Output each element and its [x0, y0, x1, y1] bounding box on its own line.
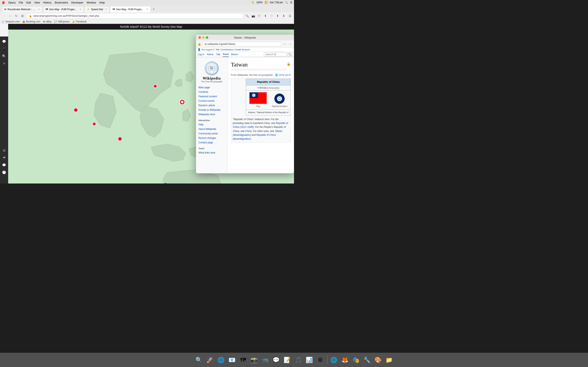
bookmark-amazon[interactable]: 🛒 Amazon.com: [2, 20, 20, 23]
sidebar-history[interactable]: 🕐: [1, 169, 7, 175]
wiki-nav-community[interactable]: Community portal: [196, 131, 227, 136]
roboflow-button[interactable]: 🛡: [257, 13, 262, 18]
wiki-nav-tools: Tools What links here: [196, 146, 227, 156]
wiki-search-button[interactable]: 🔍: [287, 52, 292, 57]
camera-button[interactable]: 📷: [251, 13, 256, 18]
tab-geomap2-close[interactable]: ✕: [146, 8, 148, 10]
menu-bookmarks[interactable]: Bookmarks: [55, 1, 68, 4]
wiki-url-text: en.wikipedia.org/wiki/Taiwan: [205, 43, 235, 45]
favorite-button[interactable]: ♡: [269, 13, 274, 18]
svg-point-2: [181, 101, 183, 103]
tab-geomap1-icon: 🗺: [45, 8, 48, 11]
hatnote-text: "Republic of China" redirects here. For …: [233, 118, 288, 140]
geo-map-container[interactable]: Taiwan - Wikipedia 🔒 en.wikipedia.org/wi…: [8, 30, 294, 184]
sidebar-search[interactable]: 🔍: [1, 53, 7, 59]
wiki-back-button[interactable]: ←: [283, 42, 287, 46]
bookmark-booking[interactable]: 🏨 Booking.com: [22, 20, 40, 23]
bookmark-facebook[interactable]: 👍 Facebook: [72, 20, 86, 23]
menubar: 🍎 Opera File Edit View History Bookmarks…: [0, 0, 294, 5]
wiki-nav-recent[interactable]: Recent changes: [196, 136, 227, 140]
wiki-nav-main-page[interactable]: Main page: [196, 85, 227, 90]
tab-geomap1-close[interactable]: ✕: [79, 8, 81, 10]
wiki-nav-store[interactable]: Wikipedia store: [196, 112, 227, 117]
wiki-tab-login[interactable]: Log in: [198, 52, 204, 57]
wiki-url-bar[interactable]: en.wikipedia.org/wiki/Taiwan: [202, 42, 281, 46]
tab-roundcube-close[interactable]: ✕: [38, 8, 40, 10]
notifications-icon[interactable]: ☰: [290, 1, 292, 4]
infobox-images: Flag: [246, 91, 291, 109]
hatnote-link2[interactable]: China: [245, 130, 251, 133]
sidebar-favorites[interactable]: ❤: [1, 154, 7, 161]
menu-opera[interactable]: Opera: [8, 1, 16, 4]
new-tab-button[interactable]: +: [151, 6, 156, 12]
wiki-contributions-link[interactable]: Contributions: [220, 48, 233, 51]
national-emblem-wrap: National Emblem: [272, 93, 287, 108]
search-page-button[interactable]: 🔍: [245, 13, 250, 18]
wiki-tab-more[interactable]: More: [231, 52, 237, 57]
wiki-search-input[interactable]: [264, 52, 286, 57]
wiki-nav-help[interactable]: Help: [196, 122, 227, 127]
wiki-create-account-link[interactable]: Create account: [234, 48, 250, 51]
menu-file[interactable]: File: [19, 1, 23, 4]
tab-speeddial-close[interactable]: ✕: [105, 8, 107, 10]
bookmark-ebay[interactable]: 🛍 eBay: [43, 20, 52, 23]
hatnote-link1[interactable]: Republic of China (1912–1949): [233, 122, 288, 128]
wiki-nav-current-events[interactable]: Current events: [196, 99, 227, 103]
wiki-nav-contact[interactable]: Contact page: [196, 140, 227, 145]
download-button[interactable]: ⬇: [281, 13, 286, 18]
wiki-nav-featured[interactable]: Featured content: [196, 94, 227, 99]
wiki-globe-icon: Ω W: [205, 61, 219, 75]
wiki-minimize-button[interactable]: [202, 36, 205, 39]
search-icon[interactable]: 🔍: [285, 1, 288, 4]
bookmark-amazon-icon: 🛒: [2, 20, 5, 23]
menu-help[interactable]: Help: [99, 1, 105, 4]
share-button[interactable]: ⬆: [263, 13, 268, 18]
tab-geomap2[interactable]: 🗺 Geo Map - RJM Programmin... ✕: [110, 6, 151, 12]
wiki-talk-link[interactable]: Talk: [216, 48, 220, 51]
tab-speeddial[interactable]: ⚡ Speed Dial ✕: [84, 6, 109, 12]
menu-button[interactable]: ☰: [287, 13, 292, 18]
address-bar[interactable]: 🔒 www.rjmprogramming.com.au/PHP/GeoChart…: [26, 13, 243, 19]
wiki-coords-link[interactable]: 24°N 121°E: [279, 73, 291, 77]
apple-menu[interactable]: 🍎: [2, 1, 5, 4]
menu-edit[interactable]: Edit: [26, 1, 31, 4]
menu-window[interactable]: Window: [86, 1, 96, 4]
wiki-nav-donate[interactable]: Donate to Wikipedia: [196, 108, 227, 112]
wiki-maximize-button[interactable]: [206, 36, 208, 39]
sidebar-send[interactable]: ✈: [1, 60, 7, 67]
wiki-nav-about[interactable]: About Wikipedia: [196, 127, 227, 131]
menu-view[interactable]: View: [34, 1, 40, 4]
back-button[interactable]: ←: [2, 13, 7, 18]
wiki-tab-more-container[interactable]: More ▾: [231, 52, 238, 57]
wiki-tab-article[interactable]: Article: [207, 52, 214, 57]
menu-developer[interactable]: Developer: [71, 1, 83, 4]
tab-geomap1[interactable]: 🗺 Geo Map - RJM Programmin... ✕: [43, 6, 84, 12]
bookmark-facebook-icon: 👍: [72, 20, 75, 23]
sidebar-messenger[interactable]: 💬: [1, 38, 7, 45]
reload-button[interactable]: ↻: [14, 13, 19, 18]
geo-header: Norfolk Island? 6/112 My World Survey Ge…: [8, 24, 294, 30]
sidebar-whatsapp[interactable]: 📱: [1, 45, 7, 52]
wiki-tools-header: Tools: [196, 146, 227, 150]
sidebar-chat[interactable]: 💬: [1, 162, 7, 168]
content-area: 💬 📱 🔍 ✈ ⊞ ❤ 💬 🕐 ••• Norfolk Island? 6/11…: [0, 24, 294, 184]
view-toggle-button[interactable]: ⊞: [20, 13, 25, 18]
wiki-nav-what-links[interactable]: What links here: [196, 150, 227, 155]
wiki-nav-contents[interactable]: Contents: [196, 90, 227, 94]
svg-point-42: [279, 98, 280, 100]
wiki-logo: Ω W Wikipedia The Free Encyclopedia: [196, 59, 227, 84]
wiki-forward-button[interactable]: →: [288, 42, 292, 46]
wiki-close-button[interactable]: [199, 36, 201, 39]
upload-button[interactable]: ⬆: [275, 13, 280, 18]
wiki-nav-buttons: ← →: [283, 42, 292, 46]
bookmark-booking-icon: 🏨: [22, 20, 25, 23]
menu-history[interactable]: History: [43, 1, 51, 4]
forward-button[interactable]: →: [8, 13, 13, 18]
sidebar-apps[interactable]: ⊞: [1, 147, 7, 154]
wiki-nav-random[interactable]: Random article: [196, 103, 227, 108]
tab-speeddial-title: Speed Dial: [91, 8, 103, 11]
tab-roundcube[interactable]: ✉ Roundcube Webmail :: Welc... ✕: [2, 6, 43, 12]
wiki-tab-talk[interactable]: Talk: [216, 52, 220, 57]
wiki-tab-read[interactable]: Read: [223, 52, 229, 57]
bookmark-aliexpress[interactable]: 💬 AliExpress: [54, 20, 70, 23]
